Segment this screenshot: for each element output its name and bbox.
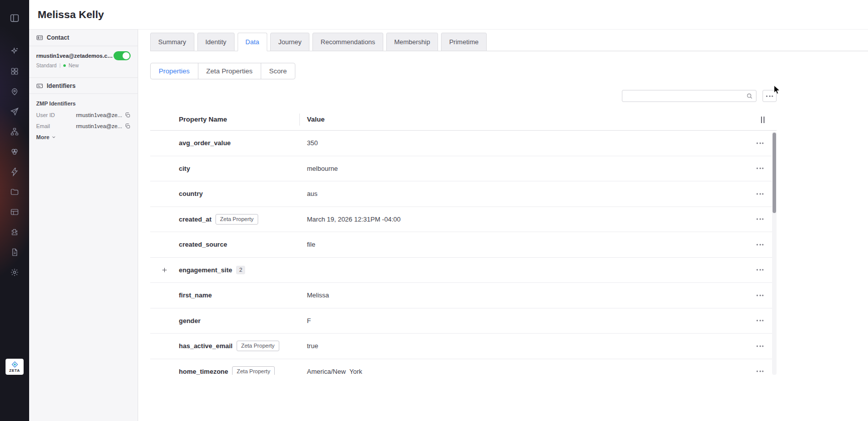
- table-row[interactable]: home_timezone Zeta Property America/New_…: [150, 359, 777, 375]
- column-resize-icon[interactable]: [761, 117, 765, 123]
- table-row[interactable]: has_active_email Zeta Property true: [150, 334, 777, 359]
- send-icon[interactable]: [5, 101, 25, 122]
- row-menu-button[interactable]: [754, 292, 766, 298]
- table-row[interactable]: avg_order_value 350: [150, 131, 777, 156]
- table-row[interactable]: city melbourne: [150, 156, 777, 182]
- child-count-badge: 2: [236, 266, 245, 274]
- integrations-icon[interactable]: [5, 222, 25, 242]
- tab-data[interactable]: Data: [238, 33, 267, 51]
- row-menu-button[interactable]: [754, 191, 766, 196]
- table-row[interactable]: created_at Zeta Property March 19, 2026 …: [150, 207, 777, 233]
- location-pin-icon[interactable]: [5, 81, 25, 101]
- properties-table: Property Name Value avg_order_value 350 …: [150, 109, 777, 375]
- contact-status: New: [69, 63, 79, 68]
- panel-toggle-icon[interactable]: [5, 8, 25, 28]
- row-menu-button[interactable]: [754, 166, 766, 171]
- table-row[interactable]: gender F: [150, 308, 777, 334]
- identifiers-label: Identifiers: [47, 82, 75, 89]
- identifier-row: Email rmustin1vea@ze...: [36, 123, 131, 129]
- row-menu-button[interactable]: [754, 140, 766, 146]
- zeta-logo: ZETA: [6, 359, 24, 375]
- table-row[interactable]: country aus: [150, 181, 777, 207]
- folder-icon[interactable]: [5, 182, 25, 202]
- property-value: March 19, 2026 12:31PM -04:00: [300, 216, 777, 223]
- identifier-value: rmustin1vea@ze...: [76, 112, 122, 118]
- row-menu-button[interactable]: [754, 318, 766, 324]
- zeta-property-badge: Zeta Property: [232, 366, 275, 375]
- zmp-identifiers-label: ZMP Identifiers: [36, 100, 131, 107]
- identifier-value: rmustin1vea@ze...: [76, 123, 122, 129]
- settings-gear-icon[interactable]: [5, 262, 25, 282]
- main-content: Summary Identity Data Journey Recommenda…: [138, 29, 868, 421]
- tab-identity[interactable]: Identity: [197, 33, 235, 51]
- contact-label: Contact: [47, 34, 69, 41]
- page-header: Melissa Kelly: [29, 0, 868, 29]
- search-input[interactable]: [622, 90, 756, 101]
- contact-email: rmustin1vea@zetademos.com: [36, 53, 114, 59]
- property-name: first_name: [179, 291, 212, 299]
- tab-bar: Summary Identity Data Journey Recommenda…: [150, 33, 868, 51]
- table-header-row: Property Name Value: [150, 109, 777, 131]
- property-value: Melissa: [300, 291, 777, 299]
- lightning-icon[interactable]: [5, 162, 25, 182]
- nav-rail: ZETA: [0, 0, 29, 421]
- property-name: avg_order_value: [179, 139, 231, 147]
- subtab-zeta-properties[interactable]: Zeta Properties: [198, 63, 261, 79]
- subtab-properties[interactable]: Properties: [151, 63, 198, 79]
- document-icon[interactable]: [5, 242, 25, 262]
- search-box: [622, 90, 756, 102]
- table-row[interactable]: engagement_site 2: [150, 258, 777, 283]
- search-icon[interactable]: [746, 92, 753, 101]
- scrollbar-thumb[interactable]: [773, 133, 776, 213]
- table-row[interactable]: first_name Melissa: [150, 283, 777, 308]
- row-menu-button[interactable]: [754, 217, 766, 222]
- tab-journey[interactable]: Journey: [270, 33, 309, 51]
- property-name: city: [179, 165, 190, 172]
- data-table-icon[interactable]: [5, 202, 25, 222]
- identifier-row: User ID rmustin1vea@ze...: [36, 112, 131, 118]
- property-value: file: [300, 241, 777, 248]
- property-value: 350: [300, 139, 777, 147]
- row-menu-button[interactable]: [754, 369, 766, 374]
- page-title: Melissa Kelly: [38, 9, 104, 21]
- property-value: America/New_York: [300, 368, 777, 375]
- more-label: More: [36, 134, 49, 140]
- table-scrollbar[interactable]: [772, 132, 777, 375]
- copy-icon[interactable]: [125, 123, 131, 129]
- property-name: created_source: [179, 241, 227, 248]
- tab-primetime[interactable]: Primetime: [441, 33, 487, 51]
- more-expander[interactable]: More: [36, 134, 131, 140]
- subtab-group: Properties Zeta Properties Score: [150, 63, 295, 79]
- row-menu-button[interactable]: [754, 343, 766, 349]
- property-value: aus: [300, 190, 777, 197]
- dashboard-icon[interactable]: [5, 61, 25, 81]
- column-header-value[interactable]: Value: [300, 116, 324, 123]
- ai-sparkle-icon[interactable]: [5, 41, 25, 61]
- identifier-label: User ID: [36, 112, 55, 118]
- expand-plus-icon[interactable]: [161, 267, 168, 273]
- tab-membership[interactable]: Membership: [386, 33, 439, 51]
- tab-recommendations[interactable]: Recommendations: [312, 33, 383, 51]
- subtab-score[interactable]: Score: [261, 63, 295, 79]
- chevron-down-icon: [51, 135, 56, 140]
- copy-icon[interactable]: [125, 112, 131, 118]
- column-header-property-name[interactable]: Property Name: [150, 114, 300, 126]
- zeta-diamond-icon: [12, 361, 18, 368]
- status-dot: [63, 64, 66, 67]
- property-name: gender: [179, 317, 200, 325]
- identifier-label: Email: [36, 123, 50, 129]
- property-name: home_timezone: [179, 368, 228, 375]
- table-row[interactable]: created_source file: [150, 232, 777, 258]
- sitemap-icon[interactable]: [5, 122, 25, 142]
- tab-summary[interactable]: Summary: [150, 33, 194, 51]
- row-menu-button[interactable]: [754, 267, 766, 273]
- contact-active-toggle[interactable]: [114, 51, 131, 60]
- table-more-button[interactable]: [763, 90, 777, 102]
- audience-circles-icon[interactable]: [5, 142, 25, 162]
- property-name: has_active_email: [179, 342, 233, 350]
- property-name: created_at: [179, 216, 211, 223]
- contact-card-icon: [36, 34, 43, 41]
- property-value: F: [300, 317, 777, 325]
- row-menu-button[interactable]: [754, 242, 766, 247]
- zeta-property-badge: Zeta Property: [215, 214, 258, 225]
